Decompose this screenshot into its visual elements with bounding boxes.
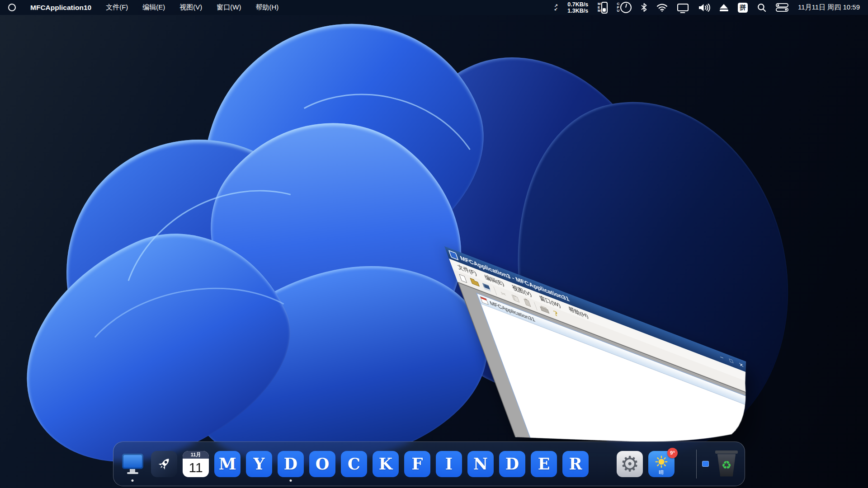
eject-bar bbox=[720, 9, 728, 11]
dock-item-launchpad[interactable] bbox=[151, 451, 177, 477]
recycle-symbol-icon: ♻ bbox=[722, 460, 731, 471]
finder-monitor-icon bbox=[122, 454, 143, 474]
temperature-badge: 9° bbox=[667, 448, 678, 458]
maximize-button[interactable]: □ bbox=[728, 357, 734, 365]
dock-item-letter-r[interactable]: R bbox=[562, 451, 589, 477]
download-speed: 1.3KB/s bbox=[567, 8, 588, 14]
print-icon bbox=[539, 305, 548, 313]
new-document-icon bbox=[459, 274, 467, 283]
menu-bar: MFCApplication10 文件(F) 编辑(E) 视图(V) 窗口(W)… bbox=[0, 0, 868, 15]
sun-icon bbox=[653, 455, 670, 469]
cut-scissors-icon: ✂ bbox=[500, 290, 507, 297]
letter-glyph: K bbox=[379, 455, 392, 473]
dock-item-trash[interactable]: ♻ bbox=[714, 450, 739, 478]
trash-rim bbox=[715, 450, 738, 454]
memory-gauge-icon bbox=[601, 2, 608, 14]
wifi-icon[interactable] bbox=[656, 3, 668, 12]
dock-item-letter-k[interactable]: K bbox=[373, 451, 399, 477]
gear-icon: ⚙ bbox=[620, 453, 639, 474]
letter-glyph: Y bbox=[254, 455, 265, 473]
letter-glyph: D bbox=[284, 455, 297, 473]
search-icon[interactable] bbox=[757, 3, 766, 12]
menubar-clock[interactable]: 11月11日 周四 10:59 bbox=[798, 3, 860, 12]
paste-clipboard-icon bbox=[524, 299, 531, 307]
weather-condition-label: 晴 bbox=[648, 469, 675, 476]
save-floppy-icon bbox=[482, 283, 491, 291]
dock-item-weather[interactable]: 晴 9° bbox=[648, 451, 675, 477]
dock-item-letter-o[interactable]: O bbox=[309, 451, 335, 477]
menubar-left: MFCApplication10 文件(F) 编辑(E) 视图(V) 窗口(W)… bbox=[8, 3, 278, 12]
network-speed-indicator[interactable]: 0.7KB/s 1.3KB/s bbox=[567, 1, 588, 14]
calendar-day-number: 11 bbox=[183, 459, 209, 477]
dock-item-letter-i[interactable]: I bbox=[436, 451, 462, 477]
copy-icon bbox=[511, 294, 519, 302]
eject-icon[interactable] bbox=[720, 4, 728, 11]
letter-glyph: I bbox=[445, 455, 453, 473]
dock-item-letter-d2[interactable]: D bbox=[499, 451, 525, 477]
letter-glyph: E bbox=[538, 455, 550, 473]
close-button[interactable]: ✕ bbox=[738, 361, 745, 369]
active-app-name[interactable]: MFCApplication10 bbox=[30, 4, 91, 12]
dock-separator bbox=[696, 450, 697, 479]
letter-glyph: F bbox=[412, 455, 423, 473]
menubar-item-view[interactable]: 视图(V) bbox=[179, 3, 202, 12]
open-folder-icon bbox=[470, 279, 480, 286]
dock-item-letter-e[interactable]: E bbox=[531, 451, 557, 477]
display-mirroring-icon[interactable] bbox=[677, 4, 689, 11]
input-method-pinyin-icon[interactable]: 拼 bbox=[738, 3, 748, 13]
dock-item-finder[interactable] bbox=[119, 451, 146, 477]
dock-item-letter-m[interactable]: M bbox=[214, 451, 241, 477]
menubar-item-file[interactable]: 文件(F) bbox=[106, 3, 128, 12]
bluetooth-icon[interactable] bbox=[641, 3, 647, 12]
system-menu-circle-icon[interactable] bbox=[8, 4, 16, 11]
minimize-button[interactable]: – bbox=[719, 354, 725, 361]
dock: 11月 11 M Y D O C K F I N D E R ⚙ 晴 9° ♻ bbox=[113, 441, 745, 486]
letter-glyph: O bbox=[316, 455, 330, 473]
mfc-document-icon bbox=[480, 296, 489, 305]
minimized-window-thumbnail[interactable] bbox=[702, 461, 709, 467]
upload-speed: 0.7KB/s bbox=[567, 1, 588, 8]
dock-item-calendar[interactable]: 11月 11 bbox=[183, 451, 209, 477]
control-center-icon[interactable] bbox=[776, 3, 788, 12]
network-traffic-arrows-icon[interactable]: ↗ ↙ bbox=[554, 4, 558, 11]
mem-label: MEM bbox=[598, 2, 599, 13]
monitor-base bbox=[127, 472, 138, 474]
toolbar-separator bbox=[534, 302, 538, 310]
dock-item-letter-f[interactable]: F bbox=[404, 451, 430, 477]
dock-item-settings[interactable]: ⚙ bbox=[617, 451, 643, 477]
dock-item-letter-d1[interactable]: D bbox=[278, 451, 304, 477]
letter-glyph: M bbox=[219, 455, 236, 473]
rocket-icon bbox=[156, 456, 172, 472]
cpu-gauge-icon bbox=[620, 2, 632, 13]
eject-triangle bbox=[720, 4, 728, 9]
desktop-screen: MFCApplication3 - MFCApplication31 – □ ✕… bbox=[0, 0, 868, 488]
arrow-down-icon: ↙ bbox=[554, 8, 558, 11]
cpu-status[interactable]: CPU bbox=[617, 2, 632, 13]
menubar-item-window[interactable]: 窗口(W) bbox=[217, 3, 241, 12]
letter-glyph: C bbox=[348, 455, 360, 473]
menubar-item-edit[interactable]: 编辑(E) bbox=[142, 3, 165, 12]
menubar-item-help[interactable]: 帮助(H) bbox=[256, 3, 279, 12]
running-indicator-dot bbox=[290, 479, 292, 482]
help-question-icon: ? bbox=[552, 309, 559, 319]
dock-item-letter-c[interactable]: C bbox=[341, 451, 367, 477]
cpu-label: CPU bbox=[617, 2, 619, 13]
volume-icon[interactable] bbox=[698, 3, 710, 12]
dock-item-letter-n[interactable]: N bbox=[467, 451, 494, 477]
letter-glyph: N bbox=[473, 455, 488, 473]
trash-bin-icon: ♻ bbox=[716, 454, 737, 477]
letter-glyph: R bbox=[569, 455, 582, 473]
memory-status[interactable]: MEM bbox=[598, 2, 607, 14]
monitor-stand bbox=[130, 469, 135, 472]
toolbar-separator bbox=[493, 286, 497, 295]
monitor-screen bbox=[122, 454, 143, 469]
running-indicator-dot bbox=[132, 479, 134, 482]
dock-item-letter-y[interactable]: Y bbox=[246, 451, 272, 477]
letter-glyph: D bbox=[505, 455, 519, 473]
menubar-status-area: ↗ ↙ 0.7KB/s 1.3KB/s MEM CPU bbox=[554, 1, 860, 14]
calendar-month-header: 11月 bbox=[183, 451, 209, 459]
